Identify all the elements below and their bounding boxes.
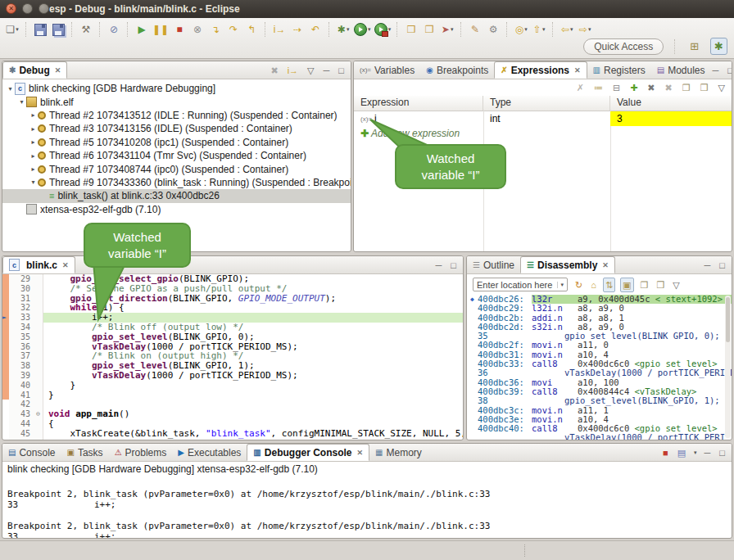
tab-memory[interactable]: ▦Memory — [369, 444, 428, 461]
twisty-open-icon[interactable]: ▾ — [6, 85, 15, 93]
pin-editor-button[interactable]: ◎▾ — [512, 21, 530, 38]
resume-button[interactable]: ▶ — [133, 21, 151, 38]
maximize-icon[interactable]: □ — [718, 446, 727, 459]
disassembly-source-line[interactable]: vTaskDelay(1000 / portTICK_PERI — [467, 433, 732, 440]
code-text[interactable]: void app_main() — [43, 409, 463, 419]
save-all-button[interactable] — [49, 21, 67, 38]
forward-button[interactable]: ⇨▾ — [576, 21, 594, 38]
disassembly-instruction[interactable]: 400dbc2f:movi.na11, 0 — [467, 341, 732, 350]
disassembly-instruction[interactable]: 400dbc33:call80x400dc6c0 <gpio_set_level… — [467, 359, 732, 368]
tab-variables[interactable]: (x)=Variables — [354, 61, 420, 79]
launch-history-button[interactable]: ➤▾ — [438, 21, 456, 38]
tree-item[interactable]: ▸Thread #3 1073413156 (IDLE) (Suspended … — [2, 122, 351, 135]
maximize-icon[interactable]: □ — [337, 64, 346, 77]
collapse-all-icon[interactable]: ⊟ — [611, 81, 622, 94]
close-icon[interactable]: ✕ — [55, 66, 61, 75]
tab-tasks[interactable]: ▣Tasks — [61, 444, 108, 461]
dropdown-arrow-icon[interactable]: ▾ — [451, 26, 454, 33]
show-source-icon[interactable]: ▣ — [620, 278, 633, 292]
disassembly-instruction[interactable]: 400dbc36:movia10, 100 — [467, 378, 732, 387]
tab-debugger-console[interactable]: ▥Debugger Console✕ — [247, 444, 369, 461]
location-input[interactable]: Enter location here ▾ — [473, 278, 568, 291]
step-over-button[interactable]: ↷ — [224, 21, 242, 38]
skip-all-breakpoints-button[interactable]: ⊘ — [105, 21, 123, 38]
disassembly-instruction[interactable]: 400dbc29:l32i.na8, a9, 0 — [467, 304, 732, 313]
dropdown-arrow-icon[interactable]: ▾ — [388, 26, 392, 33]
dropdown-arrow-icon[interactable]: ▾ — [16, 26, 19, 33]
remove-expression-icon[interactable]: ✖ — [646, 81, 656, 94]
refresh-icon[interactable]: ↻ — [573, 278, 584, 291]
code-editor[interactable]: 29 gpio_pad_select_gpio(BLINK_GPIO);30 /… — [2, 274, 463, 440]
code-line-40[interactable]: 40 } — [2, 381, 463, 391]
run-button[interactable]: ▾ — [352, 21, 373, 38]
code-line-45[interactable]: 45 xTaskCreate(&blink_task, "blink_task"… — [2, 429, 463, 439]
save-button[interactable] — [31, 21, 49, 38]
column-header-value[interactable]: Value — [610, 96, 732, 111]
disassembly-listing[interactable]: ◆400dbc26:l32ra9, 0x400d045c <_stext+109… — [467, 295, 732, 440]
new-view-icon[interactable]: ❒ — [655, 278, 666, 291]
window-close-button[interactable]: ✕ — [6, 3, 16, 14]
add-expression-icon[interactable]: ✚ — [628, 81, 639, 94]
disconnect-button[interactable]: ⊗ — [188, 21, 206, 38]
code-text[interactable]: } — [43, 381, 463, 391]
code-text[interactable]: } — [43, 439, 463, 440]
code-line-46[interactable]: 46} — [2, 439, 463, 440]
disassembly-instruction[interactable]: 400dbc39:call80x400844c4 <vTaskDelay> — [467, 387, 732, 396]
maximize-icon[interactable]: □ — [726, 64, 732, 77]
code-text[interactable]: xTaskCreate(&blink_task, "blink_task", c… — [43, 429, 463, 439]
view-menu-icon[interactable]: ▽ — [671, 278, 681, 291]
open-perspective-icon[interactable]: ⊞ — [686, 38, 702, 54]
drop-to-frame-button[interactable]: ↶ — [306, 21, 324, 38]
tab-registers[interactable]: ▥Registers — [587, 61, 651, 79]
fold-marker-icon[interactable]: ⊖ — [34, 409, 43, 419]
expression-value-cell[interactable]: 3 — [610, 111, 732, 126]
tree-item[interactable]: ▾cblink checking [GDB Hardware Debugging… — [2, 82, 351, 95]
column-header-expression[interactable]: Expression — [354, 96, 483, 111]
close-icon[interactable]: ✕ — [602, 261, 609, 269]
column-header-type[interactable]: Type — [483, 96, 610, 111]
twisty-open-icon[interactable]: ▾ — [17, 98, 26, 106]
disassembly-instruction[interactable]: 400dbc3c:movi.na11, 1 — [467, 406, 732, 415]
sync-selection-icon[interactable]: ⇅ — [603, 278, 615, 292]
tree-item[interactable]: ▸Thread #2 1073413512 (IDLE : Running) (… — [2, 109, 351, 122]
twisty-open-icon[interactable]: ▾ — [29, 178, 38, 186]
tab-executables[interactable]: ▶Executables — [172, 444, 247, 461]
tree-item[interactable]: ▾Thread #9 1073433360 (blink_task : Runn… — [2, 176, 351, 189]
open-resource-button[interactable]: ❐ — [420, 21, 438, 38]
dropdown-arrow-icon[interactable]: ▾ — [542, 26, 546, 33]
home-icon[interactable]: ⌂ — [589, 278, 598, 291]
show-type-names-icon[interactable]: ✗ — [575, 81, 586, 94]
instruction-stepping-mode-icon[interactable]: i→ — [286, 64, 300, 77]
format-button[interactable]: ✎ — [466, 21, 484, 38]
suspend-button[interactable]: ❚❚ — [151, 21, 170, 38]
code-line-41[interactable]: 41} — [2, 391, 463, 400]
window-minimize-button[interactable] — [22, 3, 33, 14]
use-step-filters-button[interactable]: ⇢ — [288, 21, 306, 38]
close-icon[interactable]: ✕ — [62, 261, 69, 269]
new-view-icon[interactable]: ❒ — [699, 81, 710, 94]
disassembly-source-line[interactable]: 36vTaskDelay(1000 / portTICK_PERIOD_MS); — [467, 368, 732, 377]
scrollbar[interactable] — [725, 296, 731, 438]
console-output[interactable]: Breakpoint 2, blink_task (pvParameter=0x… — [2, 476, 732, 539]
maximize-icon[interactable]: □ — [718, 259, 727, 272]
window-maximize-button[interactable] — [39, 3, 49, 14]
disassembly-instruction[interactable]: 400dbc31:movi.na10, 4 — [467, 350, 732, 359]
step-into-button[interactable]: ↴ — [206, 21, 224, 38]
dropdown-arrow-icon[interactable]: ▾ — [347, 26, 350, 33]
remove-all-terminated-icon[interactable]: ✖ — [269, 64, 279, 77]
detach-view-icon[interactable]: ❐ — [639, 278, 650, 291]
view-menu-icon[interactable]: ▽ — [717, 81, 727, 94]
minimize-icon[interactable]: ─ — [703, 446, 713, 459]
tab-breakpoints[interactable]: ◉Breakpoints — [420, 61, 494, 79]
tree-item[interactable]: ≡blink_task() at blink.c:33 0x400dbc26 — [2, 189, 351, 202]
view-menu-icon[interactable]: ▽ — [306, 64, 315, 77]
disassembly-source-line[interactable]: 35gpio_set_level(BLINK_GPIO, 0); — [467, 332, 732, 341]
code-line-43[interactable]: 43⊖void app_main() — [2, 409, 463, 419]
step-return-button[interactable]: ↰ — [242, 21, 261, 38]
twisty-closed-icon[interactable]: ▸ — [29, 165, 38, 173]
show-logical-structure-icon[interactable]: ≔ — [592, 81, 605, 94]
twisty-closed-icon[interactable]: ▸ — [29, 111, 38, 119]
dropdown-arrow-icon[interactable]: ▾ — [588, 26, 591, 33]
tree-item[interactable]: xtensa-esp32-elf-gdb (7.10) — [2, 203, 351, 216]
maximize-icon[interactable]: □ — [449, 259, 458, 272]
